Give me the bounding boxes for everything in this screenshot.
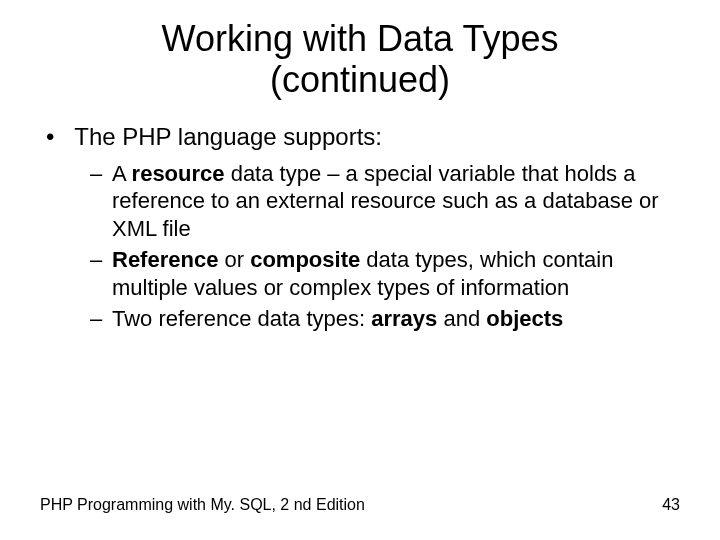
- sub-item-1: A resource data type – a special variabl…: [90, 160, 680, 243]
- sub-list: A resource data type – a special variabl…: [50, 160, 680, 333]
- bullet-list: The PHP language supports: A resource da…: [40, 123, 680, 333]
- sub-item-3-bold-1: arrays: [371, 306, 437, 331]
- sub-item-2-bold-1: Reference: [112, 247, 218, 272]
- bullet-item-1-text: The PHP language supports:: [74, 123, 382, 150]
- title-line-1: Working with Data Types: [162, 18, 559, 59]
- sub-item-2-bold-2: composite: [250, 247, 360, 272]
- sub-item-3-bold-2: objects: [486, 306, 563, 331]
- sub-item-3: Two reference data types: arrays and obj…: [90, 305, 680, 333]
- title-line-2: (continued): [270, 59, 450, 100]
- bullet-item-1: The PHP language supports: A resource da…: [50, 123, 680, 333]
- sub-item-3-mid: and: [437, 306, 486, 331]
- sub-item-2-mid: or: [218, 247, 250, 272]
- page-number: 43: [662, 496, 680, 514]
- sub-item-2: Reference or composite data types, which…: [90, 246, 680, 301]
- sub-item-1-pre: A: [112, 161, 132, 186]
- sub-item-1-bold: resource: [132, 161, 225, 186]
- slide: Working with Data Types (continued) The …: [0, 0, 720, 540]
- slide-title: Working with Data Types (continued): [40, 18, 680, 101]
- footer-text: PHP Programming with My. SQL, 2 nd Editi…: [40, 496, 365, 514]
- sub-item-3-pre: Two reference data types:: [112, 306, 371, 331]
